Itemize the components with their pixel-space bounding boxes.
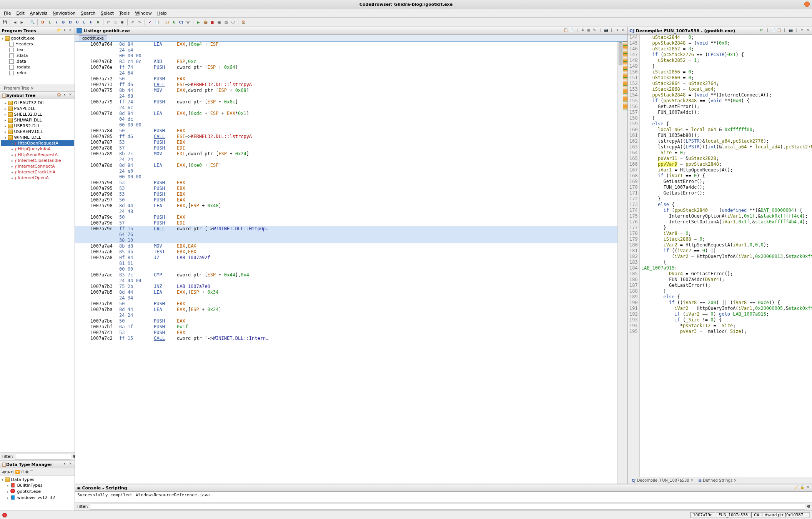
listing-row[interactable]: 1007a7758b 44MOVEAX,dword ptr [ESP + 0x6…: [75, 88, 617, 93]
listing-row[interactable]: 24 64: [75, 70, 617, 76]
lock-icon[interactable]: 🔒: [799, 485, 805, 491]
pkg-icon[interactable]: 📦: [202, 19, 208, 25]
global-filter-input[interactable]: [90, 504, 805, 510]
b-icon[interactable]: B: [60, 19, 67, 25]
brace-icon[interactable]: {}: [164, 19, 170, 25]
listing-row[interactable]: 00 00 00: [75, 122, 617, 128]
listing-row[interactable]: 1007a7a80f 84JZLAB_1007a92f: [75, 255, 617, 261]
program-tree-item[interactable]: Headers: [1, 41, 74, 47]
listing-row[interactable]: 1007a7ba8d 44LEAEAX,[ESP + 0x24]: [75, 307, 617, 313]
check-icon[interactable]: ✔: [147, 19, 153, 25]
listing-row[interactable]: 1007a79750PUSHEAX: [75, 197, 617, 203]
edit-icon[interactable]: ✎: [592, 28, 597, 33]
window-close-button[interactable]: [804, 2, 810, 7]
listing-row[interactable]: 1007a7a48b d8MOVEBX,EAX: [75, 243, 617, 249]
symbol-dll-item[interactable]: ▸USER32.DLL: [1, 123, 74, 129]
symbol-func-item[interactable]: ▸fHttpOpenRequestA: [1, 140, 74, 146]
refresh-icon[interactable]: ⟳: [759, 28, 764, 33]
symbol-dll-item[interactable]: ▸USERENV.DLL: [1, 129, 74, 135]
forward-icon[interactable]: ▶: [19, 19, 25, 25]
folder-icon[interactable]: 📁: [56, 28, 62, 33]
program-tree-item[interactable]: .rodata: [1, 64, 74, 70]
symbol-dll-item[interactable]: ▸PSAPI.DLL: [1, 106, 74, 111]
listing-row[interactable]: 1007a77250PUSHEAX: [75, 76, 617, 82]
copy-icon[interactable]: 📋: [776, 28, 782, 33]
menu-icon[interactable]: ▾: [799, 28, 805, 33]
listing-marker-strip[interactable]: [623, 42, 627, 484]
graph-icon[interactable]: ⬡: [112, 19, 118, 25]
toggle-icon[interactable]: ▦: [586, 28, 591, 33]
G-icon[interactable]: G: [171, 19, 177, 25]
home-icon[interactable]: 🏠: [56, 93, 62, 98]
listing-row[interactable]: 24 6c: [75, 105, 617, 111]
close-icon[interactable]: ✕: [68, 28, 73, 33]
listing-row[interactable]: 04 dc: [75, 116, 617, 122]
decompile-tab[interactable]: ▦ Defined Strings ×: [696, 478, 739, 483]
menu-analysis[interactable]: Analysis: [28, 10, 50, 17]
listing-row[interactable]: 1007a7ae83 7cCMPdword ptr [ESP + 0x44],0…: [75, 272, 617, 278]
program-tree-item[interactable]: .reloc: [1, 70, 74, 76]
home-icon[interactable]: 🏠: [240, 19, 246, 25]
i-icon[interactable]: i: [53, 19, 60, 25]
listing-row[interactable]: 1007a77d8d 84LEAEAX,[0xdc + ESP + EAX*0x…: [75, 111, 617, 116]
paste-icon[interactable]: 📄: [569, 28, 574, 33]
listing-scrollbar[interactable]: [617, 42, 623, 484]
listing-row[interactable]: 64 76: [75, 232, 617, 238]
symbol-filter-input[interactable]: [15, 454, 71, 460]
stop-icon[interactable]: ■: [209, 19, 215, 25]
menu-edit[interactable]: Edit: [14, 10, 27, 17]
symbol-func-item[interactable]: ▸fInternetCrackUrlA: [1, 169, 74, 175]
ref-icon[interactable]: ⇄: [105, 19, 111, 25]
close-icon[interactable]: ✕: [621, 28, 626, 33]
listing-row[interactable]: 1007a79553PUSHEBX: [75, 186, 617, 191]
menu-window[interactable]: Window: [133, 10, 154, 17]
listing-row[interactable]: 00 00: [75, 266, 617, 272]
menu-icon[interactable]: ▾: [62, 462, 67, 467]
decompile-view[interactable]: 1441451461471481491501511521531541551561…: [628, 35, 812, 477]
listing-row[interactable]: 1007a76b83 c4 0cADDESP,0xc: [75, 59, 617, 65]
bookmark-icon[interactable]: 📑: [154, 19, 160, 25]
filter-icon[interactable]: 🔽: [15, 470, 20, 474]
listing-row[interactable]: 1007a7bf6a 1fPUSH0x1f: [75, 324, 617, 330]
listing-row[interactable]: 24 34: [75, 295, 617, 301]
cf-icon[interactable]: Cƒ: [178, 19, 184, 25]
listing-row[interactable]: 1007a7b950PUSHEAX: [75, 301, 617, 307]
symbol-func-item[interactable]: ▸fInternetCloseHandle: [1, 158, 74, 163]
clear-icon[interactable]: 🧹: [794, 485, 799, 491]
l2-icon[interactable]: L: [81, 19, 87, 25]
screen-icon[interactable]: 🖵: [230, 19, 236, 25]
listing-row[interactable]: 1007a7988d 44LEAEAX,[ESP + 0x48]: [75, 203, 617, 209]
export-icon[interactable]: 📄: [770, 28, 776, 33]
listing-row[interactable]: 1007a79653PUSHEBX: [75, 191, 617, 197]
menu-help[interactable]: Help: [155, 10, 169, 17]
close-icon[interactable]: ✕: [68, 93, 73, 98]
menu-file[interactable]: File: [2, 10, 13, 17]
dtm-item[interactable]: ▸📘windows_vs12_32: [1, 495, 74, 501]
listing-row[interactable]: 24 e0: [75, 168, 617, 174]
listing-row[interactable]: 38 10: [75, 238, 617, 243]
collapse-icon[interactable]: ▾: [62, 28, 67, 33]
program-tree-tab[interactable]: Program Tree ×: [2, 86, 36, 91]
snapshot-icon[interactable]: 📷: [788, 28, 793, 33]
tree-icon[interactable]: ⬢: [119, 19, 125, 25]
listing-row[interactable]: 1007a773ff d6CALLESI=>KERNEL32.DLL::lstr…: [75, 82, 617, 88]
listing-row[interactable]: 1007a779ff 74PUSHdword ptr [ESP + 0x6c]: [75, 99, 617, 105]
listing-tab[interactable]: gootkit.exe: [79, 35, 107, 41]
nav-icon[interactable]: ⬇: [580, 28, 586, 33]
f-icon[interactable]: F: [88, 19, 94, 25]
d-icon[interactable]: D: [40, 19, 46, 25]
listing-row[interactable]: 1007a7c2ff 15CALLdword ptr [->WININET.DL…: [75, 336, 617, 341]
listing-row[interactable]: 00 00 00: [75, 174, 617, 180]
listing-row[interactable]: 81 01: [75, 261, 617, 266]
listing-row[interactable]: 1007a7be50PUSHEAX: [75, 318, 617, 324]
symbol-func-item[interactable]: ▸fInternetConnectA: [1, 163, 74, 169]
symbol-func-item[interactable]: ▸fHttpQueryInfoA: [1, 146, 74, 152]
menu-icon[interactable]: ▾: [615, 28, 620, 33]
program-tree-root[interactable]: ▾ gootkit.exe: [1, 35, 74, 41]
v-icon[interactable]: V: [95, 19, 101, 25]
str-icon[interactable]: "a": [185, 19, 191, 25]
symbol-func-item[interactable]: ▸fHttpSendRequestA: [1, 152, 74, 158]
listing-row[interactable]: 1007a79c50PUSHEAX: [75, 215, 617, 220]
close-icon[interactable]: ✕: [805, 485, 810, 491]
listing-row[interactable]: 1007a7898b 7cMOVEDI,dword ptr [ESP + 0x2…: [75, 151, 617, 157]
